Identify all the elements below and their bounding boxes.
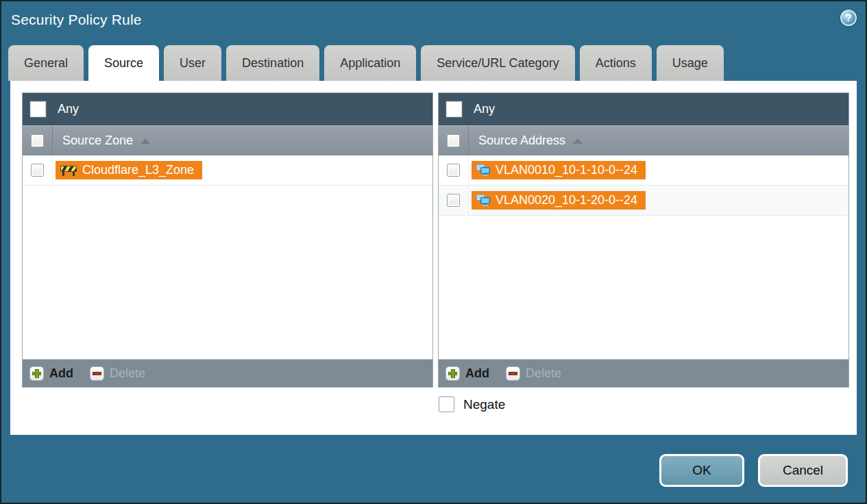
source-address-any-checkbox[interactable] <box>446 101 462 117</box>
delete-label: Delete <box>526 366 561 381</box>
source-zone-column-title[interactable]: Source Zone <box>62 134 150 148</box>
tab-service-url-category[interactable]: Service/URL Category <box>421 45 574 81</box>
help-icon[interactable]: ? <box>840 10 857 26</box>
source-zone-column-header: Source Zone <box>23 125 432 155</box>
source-tab-content: Any Source Zone Cloudfla <box>10 81 857 435</box>
row-checkbox[interactable] <box>447 164 460 177</box>
source-address-any-header: Any <box>439 93 848 125</box>
sort-ascending-icon[interactable] <box>141 138 150 144</box>
table-row: VLAN0020_10-1-20-0--24 <box>439 186 848 216</box>
select-all-cell <box>439 126 469 155</box>
source-address-rows: VLAN0010_10-1-10-0--24 <box>439 155 848 359</box>
source-zone-column-label: Source Zone <box>62 134 133 148</box>
source-zone-rows: Cloudflare_L3_Zone <box>23 155 432 359</box>
add-zone-button[interactable]: Add <box>29 366 73 381</box>
add-label: Add <box>465 366 489 381</box>
ok-button[interactable]: OK <box>659 454 744 487</box>
table-row: VLAN0010_10-1-10-0--24 <box>439 155 848 186</box>
row-checkbox[interactable] <box>31 164 44 177</box>
row-checkbox-cell <box>439 155 469 185</box>
tab-destination[interactable]: Destination <box>226 45 319 81</box>
zone-item-label: Cloudflare_L3_Zone <box>82 163 194 177</box>
minus-icon <box>506 366 520 381</box>
address-group-icon <box>476 164 490 176</box>
source-zone-panel: Any Source Zone Cloudfla <box>22 92 433 388</box>
select-all-cell <box>23 126 53 155</box>
zone-item-cloudflare-l3-zone[interactable]: Cloudflare_L3_Zone <box>56 161 202 179</box>
address-item-vlan0010[interactable]: VLAN0010_10-1-10-0--24 <box>472 161 646 179</box>
panels-container: Any Source Zone Cloudfla <box>22 92 849 388</box>
plus-icon <box>29 366 44 381</box>
source-address-column-header: Source Address <box>439 125 848 155</box>
security-policy-rule-dialog: { "window": { "title": "Security Policy … <box>0 0 867 504</box>
source-zone-any-checkbox[interactable] <box>30 101 46 117</box>
negate-label: Negate <box>463 397 505 412</box>
tab-general[interactable]: General <box>8 45 84 81</box>
delete-address-button[interactable]: Delete <box>506 366 561 381</box>
source-zone-footer: Add Delete <box>23 359 432 387</box>
sort-ascending-icon[interactable] <box>573 138 583 144</box>
delete-zone-button[interactable]: Delete <box>90 366 145 381</box>
negate-control: Negate <box>439 396 505 412</box>
delete-label: Delete <box>110 366 145 381</box>
source-address-footer: Add Delete <box>439 359 848 387</box>
tab-source[interactable]: Source <box>88 45 159 81</box>
negate-checkbox[interactable] <box>439 396 454 412</box>
tab-usage[interactable]: Usage <box>657 45 724 81</box>
address-item-label: VLAN0010_10-1-10-0--24 <box>496 163 637 177</box>
source-address-panel: Any Source Address <box>438 92 849 388</box>
row-checkbox-cell <box>439 186 469 215</box>
add-label: Add <box>49 366 73 381</box>
row-checkbox[interactable] <box>447 194 460 207</box>
source-address-column-label: Source Address <box>478 134 565 148</box>
tab-actions[interactable]: Actions <box>580 45 652 81</box>
tab-strip: General Source User Destination Applicat… <box>8 45 859 81</box>
address-item-label: VLAN0020_10-1-20-0--24 <box>496 193 637 207</box>
minus-icon <box>90 366 104 381</box>
tab-application[interactable]: Application <box>324 45 416 81</box>
source-zone-any-header: Any <box>23 93 432 125</box>
source-zone-any-label: Any <box>58 102 79 116</box>
tab-user[interactable]: User <box>164 45 221 81</box>
table-row: Cloudflare_L3_Zone <box>23 155 432 186</box>
zone-icon <box>60 164 77 176</box>
plus-icon <box>445 366 460 381</box>
dialog-title: Security Policy Rule <box>11 12 142 28</box>
row-checkbox-cell <box>23 155 53 185</box>
source-address-column-title[interactable]: Source Address <box>478 134 583 148</box>
address-group-icon <box>476 194 490 206</box>
source-address-select-all-checkbox[interactable] <box>447 134 460 147</box>
address-item-vlan0020[interactable]: VLAN0020_10-1-20-0--24 <box>472 191 646 210</box>
help-question-glyph: ? <box>846 12 852 23</box>
add-address-button[interactable]: Add <box>445 366 489 381</box>
source-zone-select-all-checkbox[interactable] <box>31 134 44 147</box>
cancel-button[interactable]: Cancel <box>758 454 848 487</box>
source-address-any-label: Any <box>474 102 495 116</box>
